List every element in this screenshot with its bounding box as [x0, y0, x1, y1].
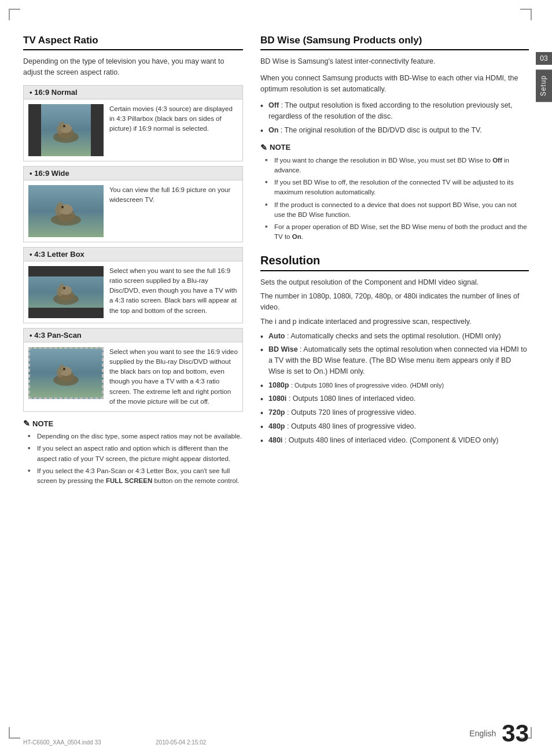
resolution-desc-3: The i and p indicate interlaced and prog… — [260, 316, 529, 327]
aspect-desc-169wide: You can view the full 16:9 picture on yo… — [109, 185, 238, 237]
left-note-item-2: If you select an aspect ratio and option… — [28, 444, 243, 464]
aspect-image-inner-43letterbox — [28, 266, 104, 318]
resolution-bullet-480i: 480i : Outputs 480 lines of interlaced v… — [260, 435, 529, 446]
chapter-label: Setup — [536, 69, 552, 102]
resolution-desc-2: The number in 1080p, 1080i, 720p, 480p, … — [260, 291, 529, 313]
dog-icon-43letterbox — [46, 279, 86, 305]
bd-wise-note-item-1: If you want to change the resolution in … — [265, 156, 529, 176]
dog-icon-169wide — [43, 197, 89, 226]
aspect-item-169wide: • 16:9 Wide — [23, 166, 243, 242]
bd-wise-bullet-on: On : The original resolution of the BD/D… — [260, 125, 529, 136]
aspect-image-169wide — [28, 185, 104, 237]
left-note-item-3: If you select the 4:3 Pan-Scan or 4:3 Le… — [28, 466, 243, 486]
corner-mark-tr — [520, 9, 532, 20]
left-note-item-1: Depending on the disc type, some aspect … — [28, 432, 243, 441]
bd-wise-note-title: NOTE — [260, 143, 529, 152]
bd-wise-note-item-4: For a proper operation of BD Wise, set t… — [265, 222, 529, 242]
bd-wise-note-list: If you want to change the resolution in … — [260, 156, 529, 242]
aspect-content-43letterbox: Select when you want to see the full 16:… — [24, 261, 242, 323]
aspect-header-43panscan: • 4:3 Pan-Scan — [24, 329, 242, 342]
aspect-desc-43panscan: Select when you want to see the 16:9 vid… — [109, 347, 238, 407]
chapter-number: 03 — [536, 52, 552, 65]
aspect-item-169normal: • 16:9 Normal — [23, 85, 243, 161]
left-note-list: Depending on the disc type, some aspect … — [23, 432, 243, 486]
dog-icon-43panscan — [46, 360, 86, 386]
resolution-section: Resolution Sets the output resolution of… — [260, 254, 529, 446]
footer-page-number: 33 — [502, 721, 529, 746]
left-note-title: NOTE — [23, 419, 243, 428]
aspect-desc-169normal: Certain movies (4:3 source) are displaye… — [109, 104, 238, 156]
footer-file-info: HT-C6600_XAA_0504.indd 33 2010-05-04 2:1… — [23, 739, 206, 746]
footer-page-info: English 33 — [469, 721, 529, 746]
resolution-bullet-1080i: 1080i : Outputs 1080 lines of interlaced… — [260, 393, 529, 404]
svg-point-5 — [63, 125, 65, 127]
resolution-bullet-480p: 480p : Outputs 480 lines of progressive … — [260, 421, 529, 432]
page-footer: HT-C6600_XAA_0504.indd 33 2010-05-04 2:1… — [0, 721, 552, 746]
corner-mark-tl — [9, 9, 20, 20]
svg-point-11 — [61, 206, 64, 208]
aspect-content-169normal: Certain movies (4:3 source) are displaye… — [24, 99, 242, 161]
resolution-bullet-list: Auto : Automatically checks and sets the… — [260, 331, 529, 446]
content-area: TV Aspect Ratio Depending on the type of… — [0, 23, 552, 502]
aspect-header-169wide: • 16:9 Wide — [24, 167, 242, 180]
dog-icon-169normal — [46, 117, 86, 143]
aspect-image-169normal — [28, 104, 104, 156]
resolution-desc-1: Sets the output resolution of the Compon… — [260, 277, 529, 288]
footer-timestamp: 2010-05-04 2:15:02 — [156, 739, 206, 746]
resolution-bullet-1080p: 1080p : Outputs 1080 lines of progressiv… — [260, 380, 529, 391]
svg-point-23 — [63, 368, 65, 370]
resolution-bullet-auto: Auto : Automatically checks and sets the… — [260, 331, 529, 342]
svg-point-17 — [63, 287, 65, 289]
bd-wise-intro: BD Wise is Samsung's latest inter-connec… — [260, 56, 529, 67]
footer-filename: HT-C6600_XAA_0504.indd 33 — [23, 739, 101, 746]
aspect-image-43letterbox — [28, 266, 104, 318]
page-container: 03 Setup TV Aspect Ratio Depending on th… — [0, 0, 552, 756]
aspect-content-169wide: You can view the full 16:9 picture on yo… — [24, 180, 242, 242]
aspect-item-43letterbox: • 4:3 Letter Box — [23, 247, 243, 323]
bd-wise-note-box: NOTE If you want to change the resolutio… — [260, 143, 529, 242]
aspect-header-43letterbox: • 4:3 Letter Box — [24, 248, 242, 261]
right-column: BD Wise (Samsung Products only) BD Wise … — [260, 35, 529, 491]
bd-wise-note-item-2: If you set BD Wise to off, the resolutio… — [265, 178, 529, 198]
footer-language: English — [469, 729, 496, 738]
aspect-header-169normal: • 16:9 Normal — [24, 86, 242, 99]
aspect-desc-43letterbox: Select when you want to see the full 16:… — [109, 266, 238, 318]
bd-wise-body: When you connect Samsung products with B… — [260, 73, 529, 95]
aspect-content-43panscan: Select when you want to see the 16:9 vid… — [24, 342, 242, 412]
aspect-image-43panscan — [28, 347, 104, 399]
bd-wise-note-item-3: If the product is connected to a device … — [265, 200, 529, 220]
resolution-bullet-720p: 720p : Outputs 720 lines of progressive … — [260, 407, 529, 418]
aspect-image-inner-169normal — [28, 104, 104, 156]
aspect-image-inner-43panscan — [28, 347, 104, 399]
bd-wise-bullet-off: Off : The output resolution is fixed acc… — [260, 100, 529, 122]
left-column: TV Aspect Ratio Depending on the type of… — [23, 35, 243, 491]
resolution-title: Resolution — [260, 254, 529, 271]
tv-aspect-ratio-title: TV Aspect Ratio — [23, 35, 243, 50]
aspect-item-43panscan: • 4:3 Pan-Scan — [23, 328, 243, 412]
bd-wise-title: BD Wise (Samsung Products only) — [260, 35, 529, 50]
left-note-box: NOTE Depending on the disc type, some as… — [23, 419, 243, 486]
resolution-bullet-bdwise: BD Wise : Automatically sets the optimal… — [260, 344, 529, 377]
bd-wise-bullet-list: Off : The output resolution is fixed acc… — [260, 100, 529, 135]
aspect-image-inner-169wide — [28, 185, 104, 237]
tv-aspect-ratio-intro: Depending on the type of television you … — [23, 56, 243, 78]
